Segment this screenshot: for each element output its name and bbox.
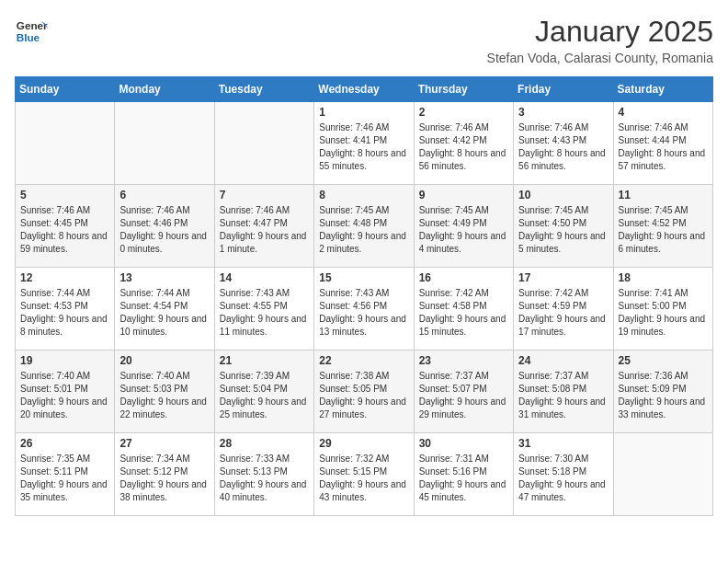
calendar-header: SundayMondayTuesdayWednesdayThursdayFrid… <box>16 77 713 102</box>
calendar-cell: 31Sunrise: 7:30 AMSunset: 5:18 PMDayligh… <box>514 433 613 516</box>
calendar-cell: 25Sunrise: 7:36 AMSunset: 5:09 PMDayligh… <box>613 350 712 433</box>
day-info: Sunrise: 7:41 AMSunset: 5:00 PMDaylight:… <box>619 287 708 339</box>
day-number: 13 <box>119 271 209 284</box>
day-info: Sunrise: 7:42 AMSunset: 4:59 PMDaylight:… <box>518 287 608 339</box>
calendar-subtitle: Stefan Voda, Calarasi County, Romania <box>487 51 713 65</box>
calendar-cell: 19Sunrise: 7:40 AMSunset: 5:01 PMDayligh… <box>16 350 115 433</box>
calendar-cell: 15Sunrise: 7:43 AMSunset: 4:56 PMDayligh… <box>314 268 414 350</box>
day-info: Sunrise: 7:46 AMSunset: 4:42 PMDaylight:… <box>419 121 508 173</box>
weekday-header-sunday: Sunday <box>16 77 115 102</box>
day-number: 7 <box>220 189 309 201</box>
calendar-week-row: 26Sunrise: 7:35 AMSunset: 5:11 PMDayligh… <box>16 433 713 516</box>
calendar-cell <box>115 102 214 185</box>
day-number: 28 <box>220 437 309 450</box>
day-number: 24 <box>518 354 608 367</box>
day-info: Sunrise: 7:40 AMSunset: 5:01 PMDaylight:… <box>20 370 109 421</box>
day-number: 22 <box>319 354 408 367</box>
calendar-cell: 29Sunrise: 7:32 AMSunset: 5:15 PMDayligh… <box>314 433 414 516</box>
day-info: Sunrise: 7:40 AMSunset: 5:03 PMDaylight:… <box>119 370 209 421</box>
day-info: Sunrise: 7:45 AMSunset: 4:50 PMDaylight:… <box>518 204 608 256</box>
day-info: Sunrise: 7:43 AMSunset: 4:55 PMDaylight:… <box>220 287 309 339</box>
day-number: 9 <box>419 189 508 201</box>
day-info: Sunrise: 7:46 AMSunset: 4:47 PMDaylight:… <box>220 204 309 256</box>
calendar-cell: 30Sunrise: 7:31 AMSunset: 5:16 PMDayligh… <box>414 433 513 516</box>
page-header: General Blue General Blue January 2025 S… <box>15 15 713 65</box>
calendar-cell <box>613 433 712 516</box>
day-info: Sunrise: 7:46 AMSunset: 4:43 PMDaylight:… <box>518 121 608 173</box>
calendar-cell: 1Sunrise: 7:46 AMSunset: 4:41 PMDaylight… <box>314 102 414 185</box>
day-number: 21 <box>220 354 309 367</box>
calendar-cell: 22Sunrise: 7:38 AMSunset: 5:05 PMDayligh… <box>314 350 414 433</box>
calendar-week-row: 12Sunrise: 7:44 AMSunset: 4:53 PMDayligh… <box>16 268 713 350</box>
day-info: Sunrise: 7:45 AMSunset: 4:49 PMDaylight:… <box>419 204 508 256</box>
day-info: Sunrise: 7:35 AMSunset: 5:11 PMDaylight:… <box>20 453 109 504</box>
day-info: Sunrise: 7:36 AMSunset: 5:09 PMDaylight:… <box>619 370 708 421</box>
day-info: Sunrise: 7:32 AMSunset: 5:15 PMDaylight:… <box>319 453 408 504</box>
calendar-cell: 7Sunrise: 7:46 AMSunset: 4:47 PMDaylight… <box>214 185 313 268</box>
weekday-header-friday: Friday <box>514 77 613 102</box>
logo: General Blue General Blue <box>15 15 48 48</box>
day-number: 18 <box>619 271 708 284</box>
day-info: Sunrise: 7:43 AMSunset: 4:56 PMDaylight:… <box>319 287 408 339</box>
calendar-cell: 2Sunrise: 7:46 AMSunset: 4:42 PMDaylight… <box>414 102 513 185</box>
day-number: 6 <box>119 189 209 201</box>
day-number: 29 <box>319 437 408 450</box>
calendar-cell: 28Sunrise: 7:33 AMSunset: 5:13 PMDayligh… <box>214 433 313 516</box>
day-info: Sunrise: 7:38 AMSunset: 5:05 PMDaylight:… <box>319 370 408 421</box>
day-info: Sunrise: 7:31 AMSunset: 5:16 PMDaylight:… <box>419 453 508 504</box>
svg-text:Blue: Blue <box>17 31 40 43</box>
day-info: Sunrise: 7:46 AMSunset: 4:44 PMDaylight:… <box>619 121 708 173</box>
day-info: Sunrise: 7:44 AMSunset: 4:53 PMDaylight:… <box>20 287 109 339</box>
day-number: 12 <box>20 271 109 284</box>
calendar-cell: 20Sunrise: 7:40 AMSunset: 5:03 PMDayligh… <box>115 350 214 433</box>
logo-icon: General Blue <box>15 15 48 48</box>
day-number: 19 <box>20 354 109 367</box>
calendar-cell: 21Sunrise: 7:39 AMSunset: 5:04 PMDayligh… <box>214 350 313 433</box>
calendar-cell: 16Sunrise: 7:42 AMSunset: 4:58 PMDayligh… <box>414 268 513 350</box>
calendar-cell: 8Sunrise: 7:45 AMSunset: 4:48 PMDaylight… <box>314 185 414 268</box>
day-number: 11 <box>619 189 708 201</box>
calendar-cell: 4Sunrise: 7:46 AMSunset: 4:44 PMDaylight… <box>613 102 712 185</box>
day-info: Sunrise: 7:46 AMSunset: 4:45 PMDaylight:… <box>20 204 109 256</box>
calendar-cell: 12Sunrise: 7:44 AMSunset: 4:53 PMDayligh… <box>16 268 115 350</box>
calendar-cell: 5Sunrise: 7:46 AMSunset: 4:45 PMDaylight… <box>16 185 115 268</box>
day-info: Sunrise: 7:34 AMSunset: 5:12 PMDaylight:… <box>119 453 209 504</box>
day-info: Sunrise: 7:42 AMSunset: 4:58 PMDaylight:… <box>419 287 508 339</box>
calendar-cell: 13Sunrise: 7:44 AMSunset: 4:54 PMDayligh… <box>115 268 214 350</box>
day-number: 23 <box>419 354 508 367</box>
day-number: 25 <box>619 354 708 367</box>
weekday-header-saturday: Saturday <box>613 77 712 102</box>
calendar-cell: 3Sunrise: 7:46 AMSunset: 4:43 PMDaylight… <box>514 102 613 185</box>
day-number: 3 <box>518 106 608 119</box>
day-info: Sunrise: 7:37 AMSunset: 5:07 PMDaylight:… <box>419 370 508 421</box>
calendar-title: January 2025 <box>487 15 713 49</box>
day-number: 30 <box>419 437 508 450</box>
day-info: Sunrise: 7:46 AMSunset: 4:46 PMDaylight:… <box>119 204 209 256</box>
weekday-header-thursday: Thursday <box>414 77 513 102</box>
day-info: Sunrise: 7:37 AMSunset: 5:08 PMDaylight:… <box>518 370 608 421</box>
day-info: Sunrise: 7:33 AMSunset: 5:13 PMDaylight:… <box>220 453 309 504</box>
day-info: Sunrise: 7:30 AMSunset: 5:18 PMDaylight:… <box>518 453 608 504</box>
day-number: 26 <box>20 437 109 450</box>
calendar-cell <box>214 102 313 185</box>
calendar-week-row: 19Sunrise: 7:40 AMSunset: 5:01 PMDayligh… <box>16 350 713 433</box>
day-number: 20 <box>119 354 209 367</box>
day-number: 10 <box>518 189 608 201</box>
day-info: Sunrise: 7:44 AMSunset: 4:54 PMDaylight:… <box>119 287 209 339</box>
calendar-cell: 14Sunrise: 7:43 AMSunset: 4:55 PMDayligh… <box>214 268 313 350</box>
calendar-cell: 27Sunrise: 7:34 AMSunset: 5:12 PMDayligh… <box>115 433 214 516</box>
calendar-week-row: 1Sunrise: 7:46 AMSunset: 4:41 PMDaylight… <box>16 102 713 185</box>
calendar-week-row: 5Sunrise: 7:46 AMSunset: 4:45 PMDaylight… <box>16 185 713 268</box>
day-info: Sunrise: 7:39 AMSunset: 5:04 PMDaylight:… <box>220 370 309 421</box>
calendar-cell: 26Sunrise: 7:35 AMSunset: 5:11 PMDayligh… <box>16 433 115 516</box>
day-info: Sunrise: 7:46 AMSunset: 4:41 PMDaylight:… <box>319 121 408 173</box>
calendar-cell: 11Sunrise: 7:45 AMSunset: 4:52 PMDayligh… <box>613 185 712 268</box>
svg-text:General: General <box>17 19 48 31</box>
weekday-header-tuesday: Tuesday <box>214 77 313 102</box>
day-number: 15 <box>319 271 408 284</box>
day-number: 4 <box>619 106 708 119</box>
calendar-cell: 23Sunrise: 7:37 AMSunset: 5:07 PMDayligh… <box>414 350 513 433</box>
day-number: 14 <box>220 271 309 284</box>
day-number: 17 <box>518 271 608 284</box>
day-number: 8 <box>319 189 408 201</box>
